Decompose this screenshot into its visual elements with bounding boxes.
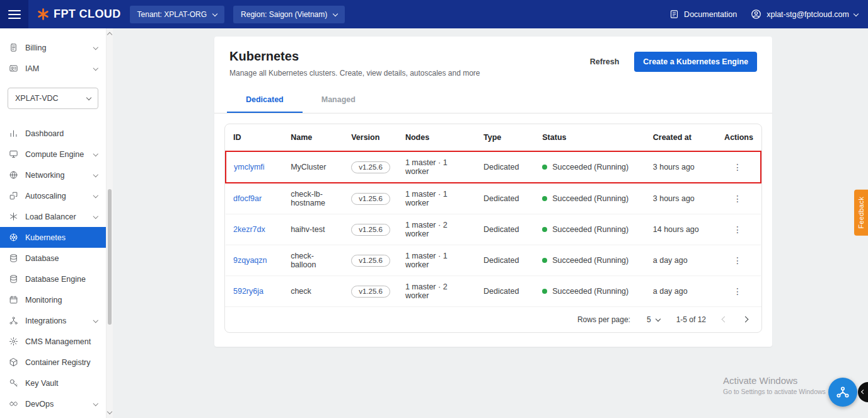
watermark-subtitle: Go to Settings to activate Windows [723,388,826,395]
version-badge: v1.25.6 [351,193,390,205]
scroll-up-arrow-icon[interactable] [107,32,112,37]
autoscaling-icon [9,191,18,200]
clusters-table: IDNameVersionNodesTypeStatusCreated atAc… [225,124,761,306]
sidebar-item-key-vault[interactable]: Key Vault [0,373,106,393]
status-text: Succeeded (Running) [552,225,628,234]
cluster-id-link[interactable]: 592ry6ja [233,287,263,296]
cluster-id-link[interactable]: 9zqyaqzn [233,256,267,265]
documentation-link[interactable]: Documentation [669,9,737,19]
database-engine-icon [9,274,18,284]
row-actions-button[interactable]: ⋮ [724,162,742,172]
status-text: Succeeded (Running) [552,163,628,171]
sidebar-item-dashboard[interactable]: Dashboard [0,123,106,144]
cluster-nodes: 1 master · 2 worker [405,221,448,238]
sidebar-item-label: Networking [25,171,65,180]
clusters-table-card: IDNameVersionNodesTypeStatusCreated atAc… [224,124,762,333]
monitoring-icon [9,295,18,305]
sidebar-item-container-registry[interactable]: Container Registry [0,352,106,373]
tab-label: Dedicated [246,95,284,104]
row-actions-button[interactable]: ⋮ [724,255,742,265]
column-header: Type [476,124,535,151]
sidebar-item-devops[interactable]: DevOps [0,393,106,414]
page-subtitle: Manage all Kubernetes clusters. Create, … [229,69,480,78]
status-badge: Succeeded (Running) [542,194,637,203]
cluster-id-link[interactable]: ymclymfi [234,163,265,171]
cms-management-icon [9,337,18,346]
rows-per-page-select[interactable]: 5 [647,315,660,324]
sidebar-item-autoscaling[interactable]: Autoscaling [0,185,106,206]
created-at: a day ago [653,287,688,296]
next-page-button[interactable] [743,318,748,322]
brand-name: FPT CLOUD [54,8,121,21]
vdc-selector[interactable]: XPLAT-VDC [8,88,98,109]
cluster-id-link[interactable]: dfocf9ar [233,194,262,203]
support-chat-button[interactable] [828,378,857,407]
ai-assistant-icon [835,385,850,400]
status-dot-icon [542,165,547,170]
row-actions-button[interactable]: ⋮ [724,286,742,296]
cluster-table-body: ymclymfiMyClusterv1.25.61 master · 1 wor… [226,151,761,306]
version-badge: v1.25.6 [351,255,390,267]
cluster-nodes: 1 master · 1 worker [405,252,448,269]
scrollbar-thumb[interactable] [108,189,112,325]
tenant-selector[interactable]: Tenant: XPLAT-ORG [130,6,225,23]
status-badge: Succeeded (Running) [542,287,637,296]
sidebar-scrollbar[interactable] [106,28,113,418]
sidebar-item-label: Load Balancer [25,212,76,221]
table-row: 9zqyaqzncheck-balloonv1.25.61 master · 1… [226,245,761,276]
sidebar-item-iam[interactable]: IAM [0,58,106,79]
chevron-down-icon [93,45,98,50]
column-header: Created at [645,124,717,151]
prev-page-button[interactable] [722,318,727,322]
rows-per-page-value: 5 [647,315,651,324]
sidebar-item-billing[interactable]: Billing [0,37,106,58]
status-badge: Succeeded (Running) [542,256,637,265]
sidebar-item-label: Kubernetes [25,233,66,242]
cluster-nodes: 1 master · 1 worker [405,158,448,176]
column-header: Actions [717,124,761,151]
tab-label: Managed [321,95,356,104]
row-actions-button[interactable]: ⋮ [724,224,742,235]
region-selector[interactable]: Region: Saigon (Vietnam) [233,6,345,23]
cluster-type: Dedicated [483,194,519,203]
sidebar-item-kubernetes[interactable]: Kubernetes [0,227,106,248]
status-dot-icon [542,196,547,201]
sidebar-item-integrations[interactable]: Integrations [0,310,106,331]
cluster-id-link[interactable]: 2kezr7dx [233,225,265,234]
sidebar-item-label: Integrations [25,316,66,325]
sidebar-item-monitoring[interactable]: Monitoring [0,289,106,310]
tab-managed[interactable]: Managed [303,88,374,113]
watermark-title: Activate Windows [723,375,826,386]
sidebar-item-cms-management[interactable]: CMS Management [0,331,106,352]
cluster-name: haihv-test [291,225,325,234]
refresh-button[interactable]: Refresh [586,57,623,67]
chevron-left-icon [722,316,728,322]
sidebar-item-label: DevOps [25,400,54,409]
scroll-down-arrow-icon[interactable] [107,409,112,414]
sidebar-item-database-engine[interactable]: Database Engine [0,269,106,289]
documentation-label: Documentation [684,10,737,19]
account-menu[interactable]: xplat-stg@fptcloud.com [751,9,858,20]
table-row: dfocf9archeck-lb-hostnamev1.25.61 master… [226,183,761,214]
sidebar-item-database[interactable]: Database [0,248,106,269]
create-kubernetes-button[interactable]: Create a Kubernetes Engine [634,52,757,72]
row-actions-button[interactable]: ⋮ [724,194,742,204]
menu-button[interactable] [0,0,28,28]
sidebar-item-label: Monitoring [25,296,62,305]
table-row: 2kezr7dxhaihv-testv1.25.61 master · 2 wo… [226,214,761,245]
tab-dedicated[interactable]: Dedicated [227,88,303,113]
chevron-down-icon [93,193,98,198]
sidebar-item-compute-engine[interactable]: Compute Engine [0,144,106,165]
networking-icon [9,170,18,180]
panel-header: Kubernetes Manage all Kubernetes cluster… [214,37,772,78]
kubernetes-panel: Kubernetes Manage all Kubernetes cluster… [214,37,772,347]
cluster-type: Dedicated [483,256,519,265]
page-title: Kubernetes [229,49,480,64]
status-text: Succeeded (Running) [552,256,628,265]
feedback-tab[interactable]: Feedback [854,190,868,236]
status-dot-icon [542,258,547,263]
sidebar-item-networking[interactable]: Networking [0,165,106,185]
chevron-down-icon [93,151,98,156]
sidebar-item-load-balancer[interactable]: Load Balancer [0,206,106,227]
documentation-icon [669,9,679,19]
